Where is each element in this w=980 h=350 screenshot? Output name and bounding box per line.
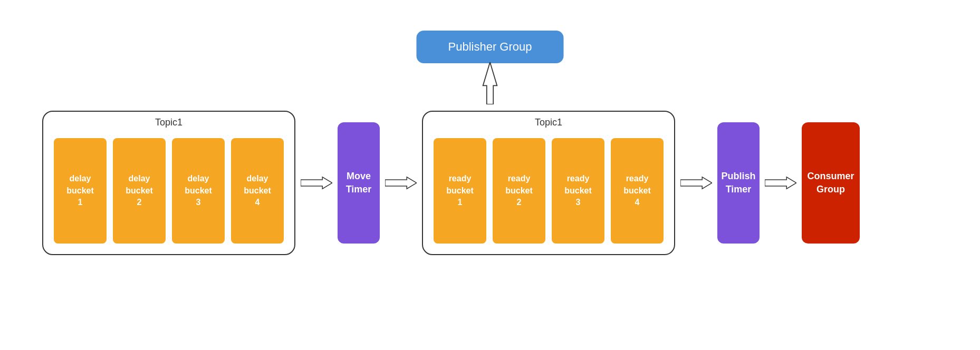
publish-timer-block: PublishTimer: [717, 122, 760, 244]
delay-bucket-3: delaybucket3: [172, 138, 225, 244]
arrow-to-right-topic: [385, 172, 417, 193]
left-topic-container: Topic1 delaybucket1 delaybucket2 delaybu…: [42, 111, 295, 255]
arrow-to-consumer-group: [765, 172, 796, 193]
ready-bucket-3: readybucket3: [552, 138, 604, 244]
delay-bucket-4: delaybucket4: [231, 138, 284, 244]
publisher-group-box: Publisher Group: [417, 31, 564, 63]
arrow-to-publish-timer: [680, 172, 712, 193]
arrow-to-move-timer: [301, 172, 332, 193]
ready-bucket-1: readybucket1: [434, 138, 486, 244]
center-row: Topic1 delaybucket1 delaybucket2 delaybu…: [26, 111, 954, 255]
left-buckets-row: delaybucket1 delaybucket2 delaybucket3 d…: [54, 138, 284, 244]
left-topic-label: Topic1: [155, 117, 182, 128]
ready-bucket-2: readybucket2: [493, 138, 545, 244]
consumer-group-block: ConsumerGroup: [802, 122, 860, 244]
delay-bucket-2: delaybucket2: [113, 138, 166, 244]
right-topic-label: Topic1: [535, 117, 562, 128]
move-timer-block: MoveTimer: [338, 122, 380, 244]
right-buckets-row: readybucket1 readybucket2 readybucket3 r…: [434, 138, 664, 244]
right-topic-container: Topic1 readybucket1 readybucket2 readybu…: [422, 111, 675, 255]
svg-marker-3: [680, 177, 712, 189]
svg-marker-4: [765, 177, 796, 189]
publisher-down-arrow: [477, 62, 503, 104]
svg-marker-1: [301, 177, 332, 189]
delay-bucket-1: delaybucket1: [54, 138, 107, 244]
diagram-wrapper: Publisher Group Topic1 delaybucket1 dela…: [0, 0, 980, 350]
svg-marker-0: [483, 62, 497, 104]
ready-bucket-4: readybucket4: [611, 138, 664, 244]
svg-marker-2: [385, 177, 417, 189]
